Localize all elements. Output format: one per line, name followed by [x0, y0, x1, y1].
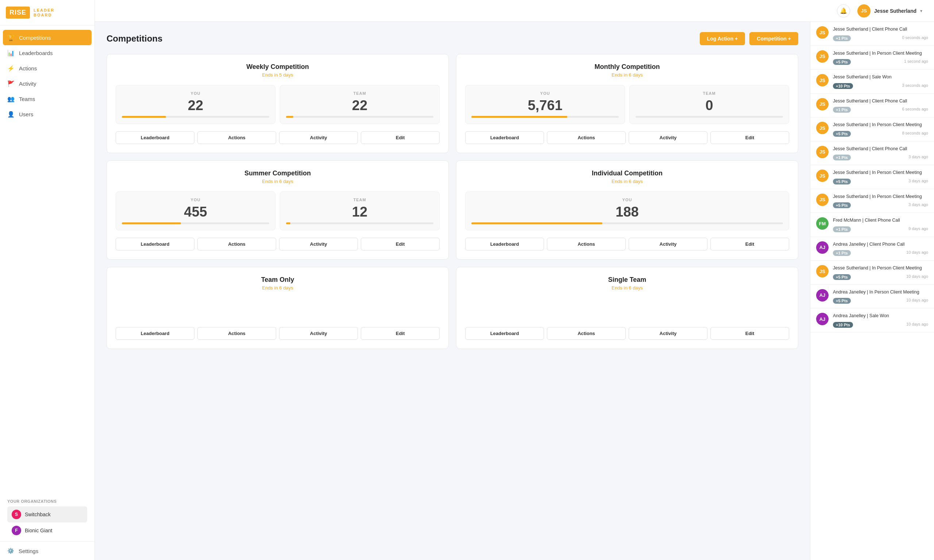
sidebar-item-leaderboards[interactable]: 📊 Leaderboards	[0, 45, 94, 60]
card-btn-activity-individual[interactable]: Activity	[629, 238, 707, 251]
sidebar-item-teams[interactable]: 👥 Teams	[0, 91, 94, 106]
card-btn-edit-weekly[interactable]: Edit	[361, 131, 440, 144]
comp-subtitle-summer: Ends in 6 days	[116, 178, 440, 184]
activity-item: JS Jesse Sutherland | Client Phone Call …	[810, 94, 934, 118]
card-btn-leaderboard-individual[interactable]: Leaderboard	[465, 238, 544, 251]
comp-title-individual: Individual Competition	[465, 169, 789, 177]
activity-avatar: JS	[816, 98, 829, 111]
activity-pts-badge: +5 Pts	[833, 178, 851, 185]
activity-avatar: AJ	[816, 242, 829, 254]
activity-item: JS Jesse Sutherland | Client Phone Call …	[810, 22, 934, 46]
activity-badge-row: +5 Pts 8 seconds ago	[833, 129, 928, 137]
card-btn-actions-summer[interactable]: Actions	[197, 238, 276, 251]
activity-panel: JS Jesse Sutherland | Client Phone Call …	[810, 22, 934, 560]
card-btn-actions-monthly[interactable]: Actions	[547, 131, 626, 144]
leaderboards-icon: 📊	[7, 49, 15, 57]
users-icon: 👤	[7, 111, 15, 118]
card-btn-leaderboard-weekly[interactable]: Leaderboard	[116, 131, 194, 144]
activity-badge-row: +10 Pts 10 days ago	[833, 320, 928, 328]
sidebar-item-label-actions: Actions	[19, 65, 37, 71]
card-btn-leaderboard-monthly[interactable]: Leaderboard	[465, 131, 544, 144]
team-label-monthly: TEAM	[635, 91, 783, 95]
card-btn-edit-individual[interactable]: Edit	[711, 238, 789, 251]
card-btn-edit-summer[interactable]: Edit	[361, 238, 440, 251]
log-action-button[interactable]: Log Action +	[700, 32, 745, 45]
card-btn-edit-monthly[interactable]: Edit	[711, 131, 789, 144]
sidebar-item-users[interactable]: 👤 Users	[0, 106, 94, 122]
activity-time: 10 days ago	[906, 250, 928, 254]
card-btn-actions-team-only[interactable]: Actions	[197, 327, 276, 340]
org-item-bionic-giant[interactable]: F Bionic Giant	[7, 522, 87, 538]
competition-card-summer: Summer Competition Ends in 6 days YOU 45…	[106, 160, 449, 260]
team-label-weekly: TEAM	[286, 91, 433, 95]
activity-avatar: JS	[816, 74, 829, 86]
org-item-switchback[interactable]: S Switchback	[7, 506, 87, 522]
competitions-icon: 🏆	[7, 34, 15, 41]
activity-avatar: JS	[816, 122, 829, 134]
comp-subtitle-single-team: Ends in 6 days	[465, 285, 789, 291]
card-btn-activity-team-only[interactable]: Activity	[279, 327, 358, 340]
activity-avatar: AJ	[816, 313, 829, 325]
logo-box: RISE	[6, 6, 30, 18]
activity-info: Andrea Janelley | Sale Won +10 Pts 10 da…	[833, 313, 928, 328]
competition-card-team-only: Team Only Ends in 6 days LeaderboardActi…	[106, 267, 449, 349]
card-btn-actions-weekly[interactable]: Actions	[197, 131, 276, 144]
activity-avatar: FM	[816, 217, 829, 230]
sidebar-item-activity[interactable]: 🚩 Activity	[0, 76, 94, 91]
card-btn-activity-summer[interactable]: Activity	[279, 238, 358, 251]
activity-badge-row: +1 Pts 9 days ago	[833, 225, 928, 232]
logo-line2: BOARD	[34, 13, 54, 17]
you-value-weekly: 22	[122, 98, 269, 112]
notification-button[interactable]: 🔔	[837, 5, 850, 17]
card-btn-activity-weekly[interactable]: Activity	[279, 131, 358, 144]
main-nav: 🏆 Competitions📊 Leaderboards⚡ Actions🚩 A…	[0, 26, 94, 495]
sidebar: RISE LEADER BOARD 🏆 Competitions📊 Leader…	[0, 0, 95, 560]
you-stat-monthly: YOU 5,761	[465, 85, 625, 124]
activity-info: Jesse Sutherland | Sale Won +10 Pts 3 se…	[833, 74, 928, 89]
actions-icon: ⚡	[7, 65, 15, 72]
add-competition-button[interactable]: Competition +	[749, 32, 798, 45]
activity-time: 9 days ago	[908, 226, 928, 231]
activity-badge-row: +1 Pts 6 seconds ago	[833, 105, 928, 113]
team-value-monthly: 0	[635, 98, 783, 112]
sidebar-item-competitions[interactable]: 🏆 Competitions	[3, 30, 92, 45]
logo-area: RISE LEADER BOARD	[0, 0, 94, 26]
activity-info: Andrea Janelley | In Person Client Meeti…	[833, 289, 928, 304]
card-btn-activity-single-team[interactable]: Activity	[629, 327, 707, 340]
settings-nav-item[interactable]: ⚙️ Settings	[0, 542, 94, 560]
activity-text: Jesse Sutherland | In Person Client Meet…	[833, 169, 928, 176]
user-area[interactable]: JS Jesse Sutherland ▾	[857, 5, 922, 17]
empty-stats-team-only	[116, 298, 440, 327]
competition-card-single-team: Single Team Ends in 6 days LeaderboardAc…	[456, 267, 798, 349]
team-stat-monthly: TEAM 0	[629, 85, 789, 124]
activity-item: FM Fred McMann | Client Phone Call +1 Pt…	[810, 213, 934, 237]
team-bar-fill-weekly	[286, 116, 293, 118]
comp-subtitle-team-only: Ends in 6 days	[116, 285, 440, 291]
activity-info: Jesse Sutherland | In Person Client Meet…	[833, 194, 928, 209]
activity-text: Andrea Janelley | In Person Client Meeti…	[833, 289, 928, 296]
card-btn-activity-monthly[interactable]: Activity	[629, 131, 707, 144]
you-bar-track-weekly	[122, 116, 269, 118]
card-btn-actions-individual[interactable]: Actions	[547, 238, 626, 251]
activity-badge-row: +10 Pts 3 seconds ago	[833, 82, 928, 89]
comp-title-team-only: Team Only	[116, 276, 440, 284]
activity-time: 1 second ago	[904, 59, 928, 63]
sidebar-item-actions[interactable]: ⚡ Actions	[0, 60, 94, 76]
stats-row-summer: YOU 455 TEAM 12	[116, 191, 440, 231]
activity-time: 3 days ago	[908, 178, 928, 183]
card-btn-leaderboard-summer[interactable]: Leaderboard	[116, 238, 194, 251]
activity-text: Jesse Sutherland | In Person Client Meet…	[833, 122, 928, 128]
activity-text: Andrea Janelley | Sale Won	[833, 313, 928, 319]
activity-pts-badge: +5 Pts	[833, 59, 851, 65]
you-bar-fill-summer	[122, 222, 181, 224]
activity-avatar: JS	[816, 50, 829, 63]
card-btn-leaderboard-single-team[interactable]: Leaderboard	[465, 327, 544, 340]
sidebar-item-label-competitions: Competitions	[19, 35, 51, 41]
card-btn-actions-single-team[interactable]: Actions	[547, 327, 626, 340]
card-btn-leaderboard-team-only[interactable]: Leaderboard	[116, 327, 194, 340]
card-btn-edit-team-only[interactable]: Edit	[361, 327, 440, 340]
you-stat-individual: YOU 188	[465, 191, 789, 231]
stats-row-monthly: YOU 5,761 TEAM 0	[465, 85, 789, 124]
card-btn-edit-single-team[interactable]: Edit	[711, 327, 789, 340]
team-value-summer: 12	[286, 205, 433, 219]
